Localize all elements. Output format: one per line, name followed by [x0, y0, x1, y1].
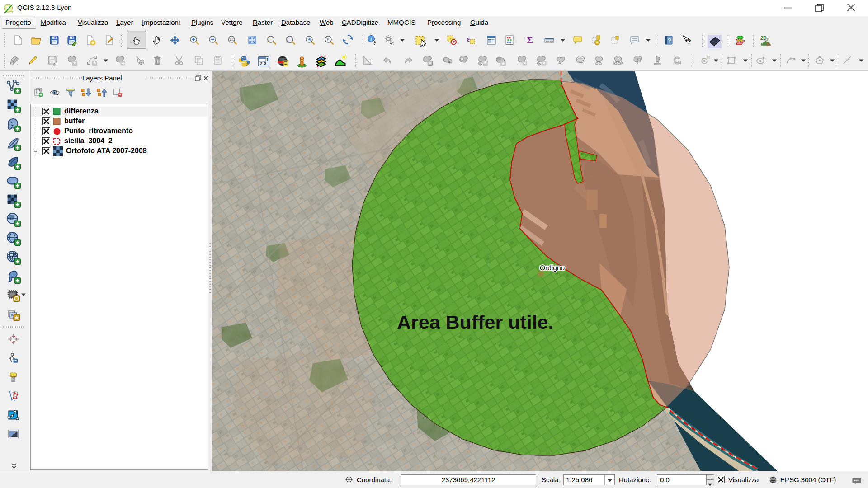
svg-text:2: 2	[260, 62, 262, 66]
svg-text:?: ?	[687, 38, 691, 45]
svg-text:Ordigno: Ordigno	[540, 264, 565, 272]
svg-text:1: 1	[266, 58, 269, 62]
svg-text:R: R	[707, 55, 710, 60]
svg-text:3: 3	[264, 62, 266, 66]
svg-text:Σ: Σ	[527, 35, 533, 46]
svg-text:Area Buffer utile.: Area Buffer utile.	[397, 311, 553, 333]
svg-text:?: ?	[668, 37, 671, 44]
svg-text:1:1: 1:1	[229, 38, 234, 42]
svg-text:3: 3	[766, 37, 769, 42]
svg-text:ε: ε	[467, 35, 470, 43]
